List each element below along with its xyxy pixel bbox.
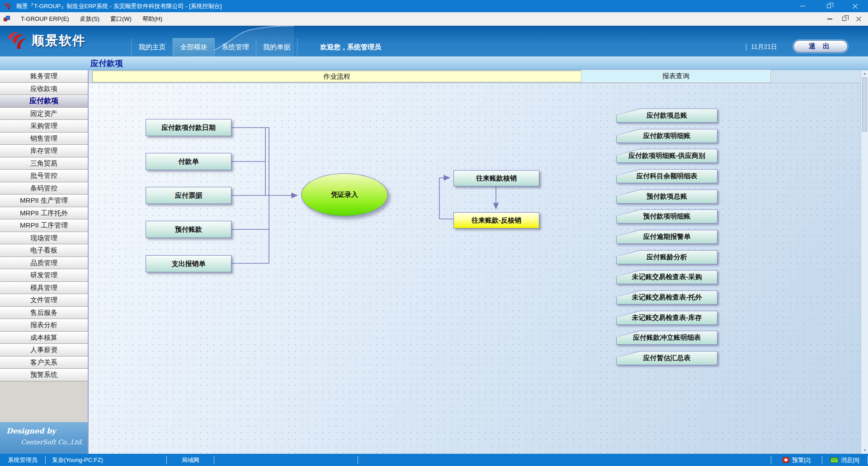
tab-all-modules[interactable]: 全部模块 — [173, 38, 214, 56]
module-sidebar: 账务管理 应收款项 应付款项 固定资产 采购管理 销售管理 库存管理 三角贸易 … — [0, 70, 89, 454]
menubar: T-GROUP ERP(E) 皮肤(S) 窗口(W) 帮助(H) — [0, 12, 868, 26]
sidebar-item-18[interactable]: 模具管理 — [0, 282, 88, 295]
status-machine: 复杂(Young-PC:FZ) — [46, 454, 166, 466]
report-button-payable-general-ledger[interactable]: 应付款项总账 — [616, 109, 717, 123]
sidebar-item-7[interactable]: 库存管理 — [0, 145, 88, 157]
tab-my-homepage[interactable]: 我的主页 — [131, 38, 173, 56]
date-text: 11月21日 — [751, 43, 777, 51]
report-button-offset-posting-detail[interactable]: 应付账款冲立账明细表 — [616, 331, 717, 345]
main-content: 作业流程 报表查询 应付款项付款日期 付款单 — [89, 70, 868, 454]
menu-window[interactable]: 窗口(W) — [105, 12, 137, 25]
sidebar-item-15[interactable]: 电子看板 — [0, 244, 88, 257]
window-titlebar: 顺景『T-GROUP』制造业ERP系统 - 东莞顺景软件科技有限公司 - [系统… — [0, 0, 868, 12]
header-date: 11月21日 — [746, 43, 777, 51]
date-separator — [746, 43, 746, 51]
page-title: 应付款项 — [90, 58, 123, 69]
messages-label: 消息[9] — [841, 456, 859, 464]
tab-system-management[interactable]: 系统管理 — [214, 38, 256, 56]
sidebar-item-16[interactable]: 品质管理 — [0, 257, 88, 270]
tab-my-documents[interactable]: 我的单据 — [256, 38, 297, 56]
brand-name: 顺景软件 — [32, 32, 86, 49]
report-button-prepaid-general-ledger[interactable]: 预付款项总账 — [616, 190, 717, 204]
alert-medkit-icon — [783, 457, 789, 463]
flow-box-prepayment[interactable]: 预付账款 — [146, 221, 231, 238]
close-button[interactable] — [842, 0, 868, 12]
main-header: 顺景软件 我的主页 全部模块 系统管理 我的单据 欢迎您，系统管理员 11月21… — [0, 26, 868, 57]
scroll-up-icon[interactable]: ▲ — [863, 71, 867, 76]
tab-workflow[interactable]: 作业流程 — [92, 71, 581, 82]
sidebar-item-4[interactable]: 固定资产 — [0, 108, 88, 120]
message-envelope-icon — [830, 457, 838, 463]
report-button-payable-account-balance-detail[interactable]: 应付科目余额明细表 — [616, 169, 717, 183]
mdi-restore-button[interactable] — [840, 14, 848, 24]
status-user: 系统管理员 — [0, 454, 45, 466]
sidebar-item-20[interactable]: 售后服务 — [0, 307, 88, 319]
mdi-document-icon — [4, 16, 11, 22]
scroll-down-icon[interactable]: ▼ — [863, 448, 867, 452]
sidebar-footer: Designed by CenterSoft Co.,Ltd. — [0, 422, 88, 454]
statusbar: 系统管理员 复杂(Young-PC:FZ) 局域网 预警[2] 消息[9] — [0, 454, 868, 466]
sidebar-item-12[interactable]: MRPII 工序托外 — [0, 207, 88, 220]
sidebar-item-10[interactable]: 条码管控 — [0, 182, 88, 195]
content-tabrow: 作业流程 报表查询 — [89, 70, 868, 83]
brand-logo: 顺景软件 — [6, 29, 86, 52]
report-button-payable-detail-by-supplier[interactable]: 应付款项明细账-供应商别 — [616, 149, 717, 163]
menu-tgroup-erp[interactable]: T-GROUP ERP(E) — [15, 12, 75, 25]
window-title: 顺景『T-GROUP』制造业ERP系统 - 东莞顺景软件科技有限公司 - [系统… — [16, 2, 222, 10]
mdi-minimize-button[interactable] — [826, 14, 834, 24]
menu-skin[interactable]: 皮肤(S) — [75, 12, 105, 25]
report-button-aging-analysis[interactable]: 应付账龄分析 — [616, 250, 717, 264]
status-alerts[interactable]: 预警[2] — [771, 454, 822, 466]
sidebar-item-24[interactable]: 客户关系 — [0, 357, 88, 369]
sidebar-item-23[interactable]: 人事薪资 — [0, 344, 88, 357]
flow-box-payment-due-date[interactable]: 应付款项付款日期 — [146, 119, 231, 136]
report-button-unposted-check-inventory[interactable]: 未记账交易检查表-库存 — [616, 311, 717, 325]
alerts-label: 预警[2] — [792, 456, 810, 464]
sidebar-item-22[interactable]: 成本核算 — [0, 332, 88, 344]
sidebar-item-19[interactable]: 文件管理 — [0, 294, 88, 307]
flow-box-reverse-reconcile[interactable]: 往来账款-反核销 — [453, 212, 539, 228]
brand-swoosh-icon — [6, 29, 28, 52]
status-network: 局域网 — [167, 454, 214, 466]
sidebar-item-5[interactable]: 采购管理 — [0, 120, 88, 133]
header-nav-tabs: 我的主页 全部模块 系统管理 我的单据 — [131, 38, 297, 56]
sidebar-item-9[interactable]: 批号管控 — [0, 170, 88, 182]
flow-ellipse-voucher-entry[interactable]: 凭证录入 — [301, 173, 388, 216]
sidebar-item-25[interactable]: 预警系统 — [0, 369, 88, 381]
sidebar-item-11[interactable]: MRPII 生产管理 — [0, 195, 88, 207]
flow-box-payable-notes[interactable]: 应付票据 — [146, 187, 231, 204]
welcome-message: 欢迎您，系统管理员 — [320, 43, 381, 52]
report-button-estimate-summary[interactable]: 应付暂估汇总表 — [616, 351, 717, 365]
report-button-overdue-alert[interactable]: 应付逾期报警单 — [616, 230, 717, 244]
report-button-prepaid-detail-ledger[interactable]: 预付款项明细账 — [616, 209, 717, 223]
report-button-unposted-check-purchase[interactable]: 未记账交易检查表-采购 — [616, 270, 717, 284]
sidebar-item-2[interactable]: 应收款项 — [0, 83, 88, 95]
module-title-bar: 应付款项 — [0, 57, 868, 70]
vertical-scrollbar[interactable]: ▲ ▼ — [861, 70, 868, 454]
menu-help[interactable]: 帮助(H) — [137, 12, 168, 25]
sidebar-item-6[interactable]: 销售管理 — [0, 133, 88, 145]
flow-box-payment-slip[interactable]: 付款单 — [146, 153, 231, 170]
scrollbar-thumb[interactable] — [862, 77, 867, 132]
sidebar-item-14[interactable]: 现场管理 — [0, 232, 88, 245]
minimize-button[interactable] — [789, 0, 816, 12]
app-logo-icon — [4, 2, 13, 10]
exit-button[interactable]: 退 出 — [793, 40, 848, 52]
sidebar-item-17[interactable]: 研发管理 — [0, 269, 88, 282]
sidebar-item-21[interactable]: 报表分析 — [0, 319, 88, 332]
report-button-unposted-check-outsource[interactable]: 未记账交易检查表-托外 — [616, 290, 717, 304]
mdi-close-button[interactable] — [854, 14, 863, 24]
sidebar-item-1[interactable]: 账务管理 — [0, 70, 88, 83]
restore-button[interactable] — [816, 0, 842, 12]
flow-box-expense-report[interactable]: 支出报销单 — [146, 255, 231, 272]
designed-by-text: Designed by — [6, 427, 56, 435]
workflow-canvas: 应付款项付款日期 付款单 应付票据 预付账款 支出报销单 凭证录入 往来账款核销… — [89, 83, 861, 454]
report-button-payable-detail-ledger[interactable]: 应付款项明细账 — [616, 129, 717, 143]
sidebar-item-13[interactable]: MRPII 工序管理 — [0, 219, 88, 232]
status-messages[interactable]: 消息[9] — [822, 454, 868, 466]
tab-report-query[interactable]: 报表查询 — [581, 70, 770, 82]
company-credit-text: CenterSoft Co.,Ltd. — [21, 438, 83, 446]
flow-box-reconcile[interactable]: 往来账款核销 — [453, 170, 539, 186]
sidebar-item-8[interactable]: 三角贸易 — [0, 157, 88, 170]
sidebar-item-3-selected[interactable]: 应付款项 — [0, 95, 88, 108]
